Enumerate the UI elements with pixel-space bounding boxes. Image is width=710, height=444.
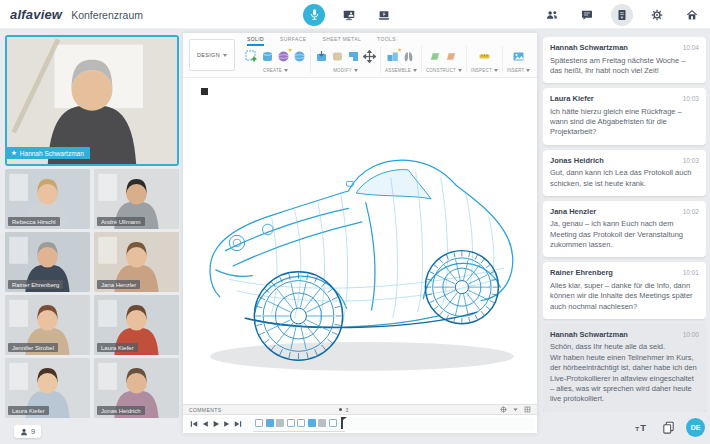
alfaview-logo: alfaview bbox=[10, 7, 62, 22]
chat-panel: Hannah Schwartzman10:04Spätestens am Fre… bbox=[543, 37, 706, 444]
cad-group-label: CONSTRUCT bbox=[426, 68, 462, 73]
skip-end-icon bbox=[233, 420, 242, 429]
home-button[interactable] bbox=[681, 4, 703, 26]
timeline-feature-icon bbox=[329, 419, 337, 427]
message-time: 10:00 bbox=[683, 331, 699, 338]
moderator-star-icon: ★ bbox=[11, 149, 17, 157]
window-share-button[interactable] bbox=[373, 4, 395, 26]
cad-toolbar: DESIGN SOLIDSURFACESHEET METALTOOLS ★CRE… bbox=[183, 33, 537, 78]
protocol-icon bbox=[615, 8, 629, 22]
chat-message-list[interactable]: Hannah Schwartzman10:04Spätestens am Fre… bbox=[543, 37, 706, 412]
settings-button[interactable] bbox=[646, 4, 668, 26]
plane-tool-icon bbox=[429, 50, 442, 63]
cad-group-icons bbox=[512, 46, 525, 66]
copy-protocol-button[interactable] bbox=[659, 419, 677, 437]
participant-tile[interactable]: Laura Kiefer bbox=[94, 295, 179, 355]
microphone-button[interactable] bbox=[303, 4, 325, 26]
cad-group-label: ASSEMBLE bbox=[385, 68, 417, 73]
participant-tile[interactable]: Rainer Ehrenberg bbox=[5, 232, 90, 292]
wireframe-car-model bbox=[187, 83, 533, 399]
timeline-marker bbox=[341, 417, 343, 429]
copy-icon bbox=[661, 420, 676, 435]
joint-tool-icon bbox=[402, 50, 415, 63]
screen-share-view[interactable]: DESIGN SOLIDSURFACESHEET METALTOOLS ★CRE… bbox=[183, 33, 537, 433]
sketch-tool-icon bbox=[245, 50, 258, 63]
play-icon bbox=[211, 420, 220, 429]
language-badge[interactable]: DE bbox=[686, 418, 705, 437]
timeline-feature-icon bbox=[308, 419, 316, 427]
participants-button[interactable] bbox=[541, 4, 563, 26]
screen-share-icon bbox=[342, 8, 356, 22]
top-bar: alfaview Konferenzraum bbox=[0, 0, 710, 29]
message-time: 10:02 bbox=[683, 208, 699, 215]
message-author: Hannah Schwartzman bbox=[550, 330, 628, 339]
person-icon bbox=[20, 428, 28, 436]
participants-sidebar: ★ Hannah Schwartzman Rebecca HirschlAndr… bbox=[5, 35, 179, 444]
message-text: Gut, dann kann ich Lea das Protokoll auc… bbox=[550, 168, 699, 189]
move-tool-icon bbox=[363, 50, 376, 63]
image-tool-icon bbox=[512, 50, 525, 63]
cad-tab-row: SOLIDSURFACESHEET METALTOOLS bbox=[247, 36, 396, 46]
participant-name: Jennifer Strobel bbox=[8, 343, 58, 352]
participant-count-badge: 9 bbox=[14, 425, 41, 438]
svg-text:T: T bbox=[635, 425, 639, 432]
message-author: Jana Henzler bbox=[550, 207, 596, 216]
text-size-button[interactable]: TT bbox=[632, 419, 650, 437]
settings-icon bbox=[650, 8, 664, 22]
message-time: 10:03 bbox=[683, 157, 699, 164]
timeline-feature-icon bbox=[318, 419, 326, 427]
comments-count: 3 bbox=[345, 407, 348, 413]
message-author: Hannah Schwartzman bbox=[550, 43, 628, 52]
message-time: 10:03 bbox=[683, 95, 699, 102]
cad-group-label: CREATE bbox=[263, 68, 288, 73]
timeline-playback-controls bbox=[189, 420, 242, 429]
chevron-down-icon bbox=[458, 69, 462, 72]
participant-tile[interactable]: Laura Kiefer bbox=[5, 358, 90, 418]
cad-canvas bbox=[183, 79, 537, 403]
cad-timeline bbox=[186, 417, 534, 431]
cad-nav-tools bbox=[500, 406, 531, 413]
timeline-feature-icons bbox=[253, 417, 345, 432]
corner-tool-icon bbox=[347, 50, 360, 63]
participant-count: 9 bbox=[31, 427, 35, 436]
active-speaker-name-badge: ★ Hannah Schwartzman bbox=[7, 147, 90, 159]
live-protocol-button[interactable] bbox=[611, 4, 633, 26]
chevron-down-icon bbox=[223, 54, 227, 57]
message-text: Ich hätte hierzu gleich eine Rückfrage –… bbox=[550, 107, 699, 138]
active-speaker-tile[interactable]: ★ Hannah Schwartzman bbox=[5, 35, 179, 166]
message-time: 10:01 bbox=[683, 269, 699, 276]
cad-group-icons bbox=[315, 46, 376, 66]
participant-name: Laura Kiefer bbox=[97, 343, 138, 352]
participant-tile[interactable]: Jana Henzler bbox=[94, 232, 179, 292]
caret-down-icon bbox=[512, 406, 519, 413]
participant-tile[interactable]: Jennifer Strobel bbox=[5, 295, 90, 355]
cad-group-modify: MODIFY bbox=[311, 46, 381, 73]
timeline-feature-icon bbox=[255, 419, 263, 427]
chevron-down-icon bbox=[494, 69, 498, 72]
participant-tile[interactable]: André Ullmann bbox=[94, 169, 179, 229]
message-author: Rainer Ehrenberg bbox=[550, 268, 613, 277]
text-size-icon: TT bbox=[634, 420, 649, 435]
timeline-feature-icon bbox=[287, 419, 295, 427]
cad-group-label: INSERT bbox=[507, 68, 531, 73]
participant-tile[interactable]: Rebecca Hirschl bbox=[5, 169, 90, 229]
window-share-icon bbox=[377, 8, 391, 22]
message-text: Ja, genau – ich kann Euch nach dem Meeti… bbox=[550, 219, 699, 250]
screen-share-button[interactable] bbox=[338, 4, 360, 26]
message-author: Laura Kiefer bbox=[550, 94, 594, 103]
plane-tool-icon bbox=[445, 50, 458, 63]
chat-message: Jana Henzler10:02Ja, genau – ich kann Eu… bbox=[543, 201, 706, 258]
cad-group-create: ★CREATE bbox=[241, 46, 311, 73]
participant-tile[interactable]: Jonas Heidrich bbox=[94, 358, 179, 418]
message-text: Schön, dass Ihr heute alle da seid. Wir … bbox=[550, 342, 699, 404]
message-text: Alles klar, super – danke für die Info, … bbox=[550, 281, 699, 312]
active-speaker-video bbox=[7, 37, 177, 164]
comments-dot-icon bbox=[339, 408, 342, 411]
cad-group-icons bbox=[429, 46, 458, 66]
grid-display-icon bbox=[524, 406, 531, 413]
chevron-down-icon bbox=[354, 69, 358, 72]
participant-name: Rebecca Hirschl bbox=[8, 217, 60, 226]
step-back-icon bbox=[200, 420, 209, 429]
chat-button[interactable] bbox=[576, 4, 598, 26]
chat-message: Hannah Schwartzman10:00Schön, dass Ihr h… bbox=[543, 324, 706, 412]
